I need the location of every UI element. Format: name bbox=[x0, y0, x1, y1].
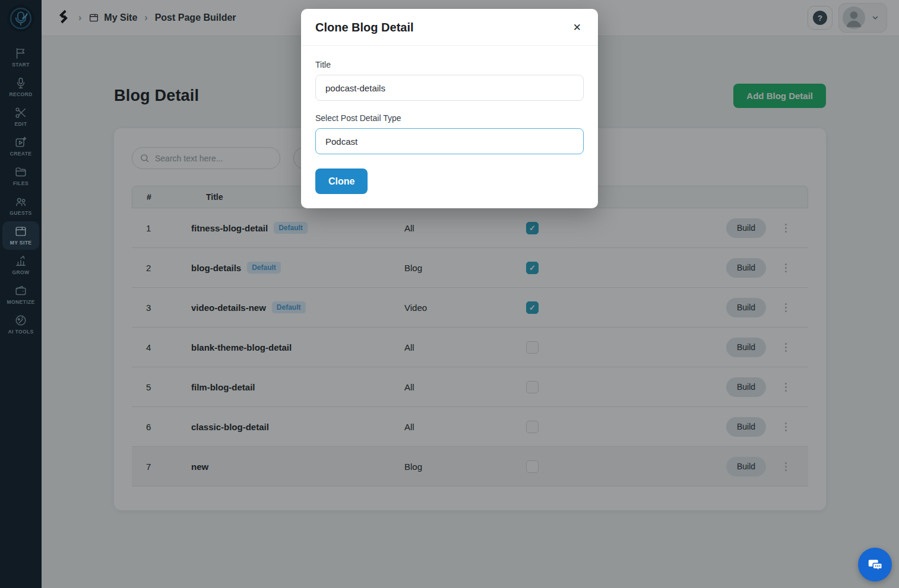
title-field[interactable] bbox=[315, 75, 584, 101]
post-detail-type-select[interactable] bbox=[315, 128, 584, 154]
type-field-label: Select Post Detail Type bbox=[315, 113, 584, 123]
clone-button[interactable]: Clone bbox=[315, 169, 368, 194]
app-window: START RECORD EDIT CREATE FILES bbox=[0, 0, 899, 588]
close-icon[interactable]: ✕ bbox=[571, 21, 584, 34]
modal-title: Clone Blog Detail bbox=[315, 21, 414, 34]
chat-widget-button[interactable] bbox=[858, 548, 892, 581]
title-field-label: Title bbox=[315, 60, 584, 69]
clone-blog-detail-modal: Clone Blog Detail ✕ Title Select Post De… bbox=[301, 9, 598, 208]
chat-bubbles-icon bbox=[866, 556, 884, 574]
